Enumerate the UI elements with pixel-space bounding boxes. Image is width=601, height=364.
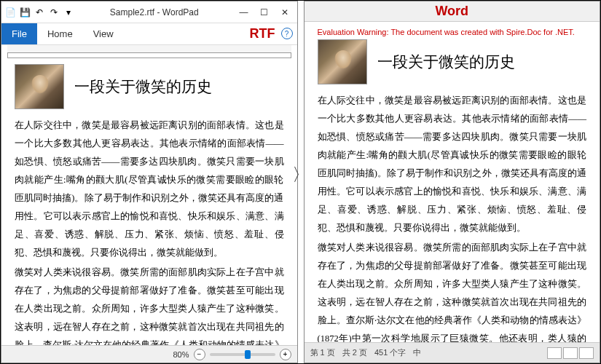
maximize-button[interactable]: ☐ [255, 5, 274, 20]
tab-home[interactable]: Home [37, 23, 83, 44]
document-title: 一段关于微笑的历史 [74, 76, 212, 97]
zoom-slider-thumb[interactable] [245, 350, 251, 359]
redo-icon[interactable]: ↷ [48, 7, 60, 18]
view-print-icon[interactable] [563, 347, 578, 359]
app-icon: 📄 [4, 7, 16, 18]
ribbon: File Home View RTF ? [1, 23, 297, 45]
status-words[interactable]: 451 个字 [374, 347, 406, 358]
titlebar: 📄 💾 ↶ ↷ ▾ Sample2.rtf - WordPad — ☐ ✕ [1, 1, 297, 23]
tab-file[interactable]: File [1, 23, 37, 44]
status-pages: 共 2 页 [342, 347, 367, 358]
qat-dropdown-icon[interactable]: ▾ [63, 7, 74, 18]
format-label-rtf: RTF [250, 26, 275, 41]
status-lang[interactable]: 中 [413, 347, 421, 358]
word-header: Word [305, 1, 600, 22]
paragraph-2: 微笑对人类来说很容易。微笑所需的面部肌肉实际上在子宫中就存在了，为焦虑的父母提前… [318, 239, 587, 342]
document-area[interactable]: Evaluation Warning: The document was cre… [305, 22, 600, 342]
document-image [318, 39, 367, 84]
tab-view[interactable]: View [83, 23, 124, 44]
minimize-button[interactable]: — [235, 5, 254, 20]
zoom-in-button[interactable]: + [280, 349, 291, 360]
evaluation-warning: Evaluation Warning: The document was cre… [318, 28, 587, 36]
status-bar: 80% − + [1, 345, 297, 363]
status-page[interactable]: 第 1 页 [310, 347, 335, 358]
document-body[interactable]: 在人际交往中，微笑是最容易被远距离识别的面部表情。这也是一个比大多数其他人更容易… [15, 116, 284, 345]
view-mode-icons [547, 347, 594, 359]
paragraph-2: 微笑对人类来说很容易。微笑所需的面部肌肉实际上在子宫中就存在了，为焦虑的父母提前… [15, 264, 284, 345]
window-title: Sample2.rtf - WordPad [74, 7, 235, 17]
zoom-out-button[interactable]: − [194, 349, 205, 360]
help-icon[interactable]: ? [281, 28, 293, 39]
view-web-icon[interactable] [579, 347, 594, 359]
paragraph-1: 在人际交往中，微笑是最容易被远距离识别的面部表情。这也是一个比大多数其他人更容易… [15, 116, 284, 262]
zoom-value: 80% [173, 350, 189, 359]
document-body[interactable]: 在人际交往中，微笑是最容易被远距离识别的面部表情。这也是一个比大多数其他人更容易… [318, 92, 587, 342]
ruler[interactable] [7, 45, 291, 58]
paragraph-1: 在人际交往中，微笑是最容易被远距离识别的面部表情。这也是一个比大多数其他人更容易… [318, 92, 587, 237]
undo-icon[interactable]: ↶ [34, 7, 45, 18]
format-label-word: Word [435, 4, 468, 19]
zoom-slider[interactable] [210, 353, 275, 356]
wordpad-window: 📄 💾 ↶ ↷ ▾ Sample2.rtf - WordPad — ☐ ✕ Fi… [1, 1, 298, 363]
document-area[interactable]: 一段关于微笑的历史 在人际交往中，微笑是最容易被远距离识别的面部表情。这也是一个… [1, 58, 297, 345]
word-window: Word Evaluation Warning: The document wa… [304, 1, 601, 363]
document-image [15, 64, 64, 109]
document-title: 一段关于微笑的历史 [377, 52, 515, 72]
save-icon[interactable]: 💾 [19, 7, 31, 18]
view-read-icon[interactable] [547, 347, 562, 359]
close-button[interactable]: ✕ [275, 5, 294, 20]
word-status-bar: 第 1 页 共 2 页 451 个字 中 [305, 342, 600, 363]
quick-access-toolbar: 📄 💾 ↶ ↷ ▾ [4, 7, 74, 18]
